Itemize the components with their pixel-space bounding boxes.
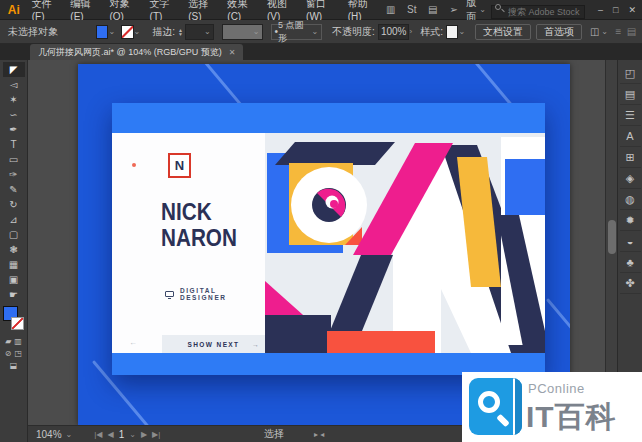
- artboard-number[interactable]: 1: [119, 429, 125, 440]
- prev-arrow-icon: ←: [129, 338, 137, 347]
- tab-close-icon[interactable]: ✕: [229, 48, 236, 57]
- selection-tool[interactable]: ◤: [3, 62, 25, 77]
- close-button[interactable]: ✕: [628, 5, 636, 15]
- swatches-panel-icon[interactable]: ▤: [620, 84, 641, 105]
- menu-item[interactable]: 帮助(H): [344, 0, 383, 22]
- layout-columns-icon[interactable]: ▥: [383, 4, 398, 15]
- arrange-documents-icon[interactable]: ▤: [425, 4, 440, 15]
- scale-tool[interactable]: ⊿: [3, 212, 25, 227]
- rotate-tool[interactable]: ↻: [3, 197, 25, 212]
- fill-stroke-swatches[interactable]: [2, 306, 26, 334]
- canvas-area[interactable]: N NICK NARON DIGITAL DESIGNER ← SHOW NEX…: [28, 60, 605, 425]
- magic-wand-tool[interactable]: ✶: [3, 92, 25, 107]
- type-tool[interactable]: T: [3, 137, 25, 152]
- maximize-button[interactable]: □: [613, 5, 618, 15]
- touch-workspace-icon[interactable]: ◫: [588, 26, 601, 37]
- share-icon[interactable]: ➢: [446, 4, 461, 15]
- symbol-sprayer-tool[interactable]: ❃: [3, 242, 25, 257]
- properties-panel-icon[interactable]: ◰: [620, 63, 641, 84]
- menu-bar: Ai 文件(F)编辑(E)对象(O)文字(T)选择(S)效果(C)视图(V)窗口…: [0, 0, 642, 20]
- diagonal-line: [546, 298, 570, 364]
- status-panel-arrows[interactable]: ▸ ◂: [314, 430, 324, 439]
- menu-item[interactable]: 编辑(E): [66, 0, 104, 22]
- document-setup-button[interactable]: 文档设置: [475, 24, 531, 40]
- symbols-panel-icon[interactable]: ♣: [620, 252, 641, 273]
- chevron-down-icon[interactable]: ⌄: [458, 27, 465, 36]
- hand-tool[interactable]: ☛: [3, 287, 25, 302]
- menu-item[interactable]: 文件(F): [28, 0, 66, 22]
- graphic-styles-panel-icon[interactable]: ✹: [620, 210, 641, 231]
- opacity-input[interactable]: 100%: [378, 24, 410, 40]
- geometric-artwork: [265, 133, 545, 353]
- panel-menu-icon[interactable]: ▤: [625, 26, 638, 37]
- opacity-label: 不透明度:: [332, 25, 375, 39]
- align-icon: ≡: [612, 26, 625, 37]
- chevron-down-icon[interactable]: ⌄: [134, 27, 141, 36]
- zoom-select[interactable]: 104% ⌄: [36, 429, 72, 440]
- scrollbar-thumb[interactable]: [608, 220, 616, 254]
- mockup-header-band: [112, 103, 545, 133]
- search-icon: [495, 4, 501, 10]
- stroke-color-swatch[interactable]: [121, 25, 133, 39]
- paragraph-panel-icon[interactable]: ☰: [620, 105, 641, 126]
- stroke-label: 描边:: [152, 25, 175, 39]
- site-name: NICK NARON: [161, 199, 237, 252]
- stroke-weight-select[interactable]: ⌄: [185, 24, 214, 40]
- document-tab[interactable]: 几何拼接风网页.ai* @ 104% (RGB/GPU 预览) ✕: [30, 44, 243, 60]
- transform-panel-icon[interactable]: ⊞: [620, 147, 641, 168]
- illustrator-window: Ai 文件(F)编辑(E)对象(O)文字(T)选择(S)效果(C)视图(V)窗口…: [0, 0, 642, 442]
- last-artboard-button[interactable]: ▶|: [152, 430, 160, 439]
- chevron-down-icon: ⌄: [311, 27, 318, 36]
- color-guide-panel-icon[interactable]: ◒: [620, 231, 641, 252]
- menu-item[interactable]: 选择(S): [184, 0, 222, 22]
- preferences-button[interactable]: 首选项: [536, 24, 582, 40]
- free-transform-tool[interactable]: ▢: [3, 227, 25, 242]
- menu-item[interactable]: 文字(T): [146, 0, 184, 22]
- pen-tool[interactable]: ✒: [3, 122, 25, 137]
- style-swatch[interactable]: [446, 25, 458, 39]
- width-profile-select[interactable]: ⌄: [222, 24, 263, 40]
- direct-selection-tool[interactable]: ◅: [3, 77, 25, 92]
- pencil-tool[interactable]: ✎: [3, 182, 25, 197]
- layers-panel-icon[interactable]: ◈: [620, 168, 641, 189]
- search-input[interactable]: [491, 5, 585, 19]
- chevron-down-icon[interactable]: ⌄: [108, 27, 115, 36]
- chevron-down-icon[interactable]: ⌄: [129, 430, 136, 439]
- fill-color-swatch[interactable]: [96, 25, 108, 39]
- vertical-scrollbar[interactable]: [605, 60, 617, 425]
- toolbar-stroke-swatch[interactable]: [11, 317, 24, 330]
- chevron-down-icon[interactable]: ⌄: [601, 27, 608, 36]
- brush-select[interactable]: • 5 点圆形 ⌄: [271, 24, 323, 40]
- pconline-watermark: PConline IT百科: [462, 372, 642, 442]
- paintbrush-tool[interactable]: ✑: [3, 167, 25, 182]
- appearance-panel-icon[interactable]: ◍: [620, 189, 641, 210]
- menu-items: 文件(F)编辑(E)对象(O)文字(T)选择(S)效果(C)视图(V)窗口(W)…: [28, 0, 384, 22]
- color-mode-buttons: ▰▥: [5, 337, 22, 346]
- menu-item[interactable]: 对象(O): [105, 0, 144, 22]
- menu-item[interactable]: 效果(C): [223, 0, 262, 22]
- character-panel-icon[interactable]: A: [620, 126, 641, 147]
- minimize-button[interactable]: –: [598, 5, 603, 15]
- stock-badge-icon[interactable]: St: [404, 4, 419, 15]
- menu-dot: [132, 163, 136, 167]
- brushes-panel-icon[interactable]: ✤: [620, 273, 641, 294]
- stroke-weight-stepper[interactable]: ▲ ▼: [178, 28, 183, 36]
- lasso-tool[interactable]: ∽: [3, 107, 25, 122]
- watermark-title: IT百科: [526, 397, 617, 438]
- opacity-chevron-icon[interactable]: ›: [409, 27, 412, 36]
- itbaike-logo: [469, 378, 522, 435]
- first-artboard-button[interactable]: |◀: [94, 430, 102, 439]
- chevron-down-icon: ⌄: [204, 27, 211, 36]
- draw-mode-buttons: ⊘◳: [5, 349, 22, 358]
- artboard-tool[interactable]: ▣: [3, 272, 25, 287]
- artboard-navigation: |◀ ◀ 1 ⌄ ▶ ▶|: [94, 429, 160, 440]
- graph-tool[interactable]: ▦: [3, 257, 25, 272]
- status-mode-label: 选择: [264, 427, 284, 441]
- artboard[interactable]: N NICK NARON DIGITAL DESIGNER ← SHOW NEX…: [78, 64, 570, 425]
- app-logo: Ai: [0, 3, 28, 17]
- prev-artboard-button[interactable]: ◀: [108, 430, 114, 439]
- next-artboard-button[interactable]: ▶: [141, 430, 147, 439]
- control-bar: 未选择对象 ⌄ ⌄ 描边: ▲ ▼ ⌄ ⌄ • 5 点圆形 ⌄ 不透明度: 10…: [0, 20, 642, 44]
- role-row: DIGITAL DESIGNER: [165, 287, 265, 301]
- rectangle-tool[interactable]: ▭: [3, 152, 25, 167]
